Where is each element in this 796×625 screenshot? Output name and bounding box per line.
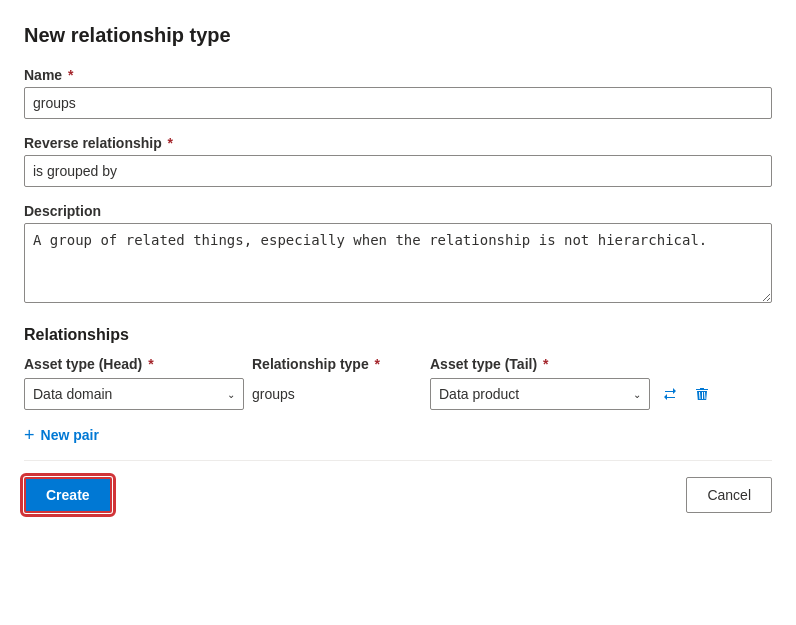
description-field-group: Description A group of related things, e… xyxy=(24,203,772,306)
name-label: Name * xyxy=(24,67,772,83)
reverse-required-star: * xyxy=(164,135,173,151)
new-pair-label: New pair xyxy=(41,427,99,443)
cancel-button[interactable]: Cancel xyxy=(686,477,772,513)
relationships-section-title: Relationships xyxy=(24,326,772,344)
delete-button[interactable] xyxy=(690,382,714,406)
col-header-relationship-type: Relationship type * xyxy=(252,356,422,372)
col-head-asset-tail-star: * xyxy=(539,356,548,372)
col-header-asset-tail: Asset type (Tail) * xyxy=(430,356,650,372)
asset-tail-value: Data product xyxy=(439,386,519,402)
name-input[interactable] xyxy=(24,87,772,119)
asset-tail-chevron-icon: ⌄ xyxy=(633,389,641,400)
asset-head-chevron-icon: ⌄ xyxy=(227,389,235,400)
trash-icon xyxy=(694,386,710,402)
description-label: Description xyxy=(24,203,772,219)
col-head-rel-star: * xyxy=(371,356,380,372)
reverse-relationship-label: Reverse relationship * xyxy=(24,135,772,151)
row-actions xyxy=(658,382,728,406)
reverse-relationship-input[interactable] xyxy=(24,155,772,187)
new-pair-plus-icon: + xyxy=(24,426,35,444)
asset-head-dropdown[interactable]: Data domain ⌄ xyxy=(24,378,244,410)
relationships-table-header: Asset type (Head) * Relationship type * … xyxy=(24,356,772,372)
new-pair-button[interactable]: + New pair xyxy=(24,418,99,452)
swap-icon xyxy=(662,386,678,402)
create-button[interactable]: Create xyxy=(24,477,112,513)
reverse-relationship-field-group: Reverse relationship * xyxy=(24,135,772,187)
name-required-star: * xyxy=(64,67,73,83)
swap-button[interactable] xyxy=(658,382,682,406)
asset-tail-dropdown[interactable]: Data product ⌄ xyxy=(430,378,650,410)
relationship-type-display: groups xyxy=(252,378,422,410)
asset-head-value: Data domain xyxy=(33,386,112,402)
name-field-group: Name * xyxy=(24,67,772,119)
col-header-asset-head: Asset type (Head) * xyxy=(24,356,244,372)
relationships-section: Relationships Asset type (Head) * Relati… xyxy=(24,326,772,452)
footer: Create Cancel xyxy=(24,460,772,529)
col-head-asset-head-star: * xyxy=(144,356,153,372)
page-title: New relationship type xyxy=(24,24,772,47)
relationship-row: Data domain ⌄ groups Data product ⌄ xyxy=(24,378,772,410)
description-textarea[interactable]: A group of related things, especially wh… xyxy=(24,223,772,303)
